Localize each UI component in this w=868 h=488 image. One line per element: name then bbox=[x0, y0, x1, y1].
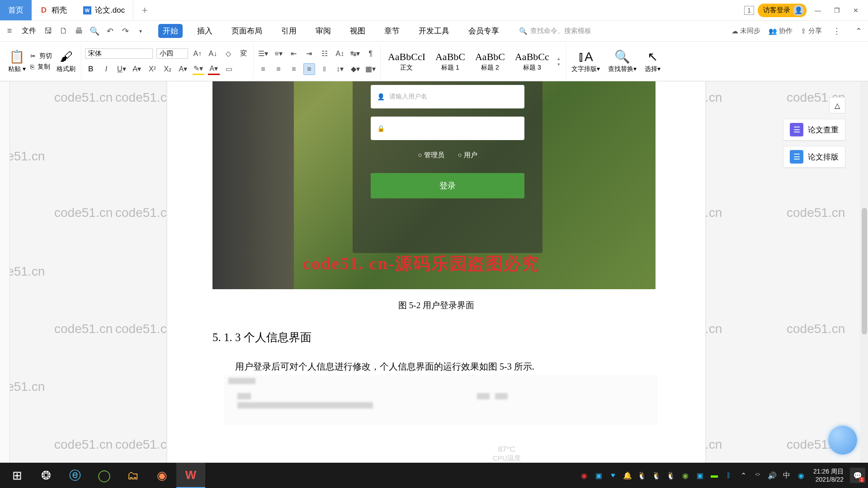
print-preview-icon[interactable]: 🗋 bbox=[57, 24, 71, 38]
line-spacing-button[interactable]: ↕▾ bbox=[334, 63, 346, 75]
task-app-1[interactable]: ❂ bbox=[32, 463, 61, 488]
menu-tab-devtools[interactable]: 开发工具 bbox=[414, 24, 454, 38]
menu-tab-start[interactable]: 开始 bbox=[158, 24, 183, 38]
tray-bell-icon[interactable]: 🔔 bbox=[622, 471, 633, 480]
minimize-button[interactable]: — bbox=[810, 7, 826, 14]
superscript-button[interactable]: X² bbox=[146, 63, 158, 75]
float-assistant-ball[interactable] bbox=[828, 426, 857, 455]
menu-icon[interactable]: ≡ bbox=[3, 24, 16, 38]
show-marks-icon[interactable]: ¶ bbox=[365, 48, 377, 60]
print-icon[interactable]: 🖶 bbox=[72, 24, 86, 38]
plagiarism-check-button[interactable]: ☰ 论文查重 bbox=[783, 119, 845, 141]
sync-button[interactable]: ☁未同步 bbox=[731, 27, 760, 35]
tray-qq-icon[interactable]: 🐧 bbox=[651, 471, 662, 480]
decrease-indent-icon[interactable]: ⇤ bbox=[288, 48, 300, 60]
align-left-button[interactable]: ≡ bbox=[257, 63, 269, 75]
font-size-select[interactable] bbox=[156, 48, 188, 59]
menu-tab-insert[interactable]: 插入 bbox=[193, 24, 217, 38]
clear-format-icon[interactable]: ◇ bbox=[222, 48, 234, 60]
collapse-ribbon-icon[interactable]: ⌃ bbox=[852, 24, 865, 38]
subscript-button[interactable]: X₂ bbox=[162, 63, 174, 75]
align-justify-button[interactable]: ≡ bbox=[303, 63, 315, 75]
style-heading2[interactable]: AaBbC标题 2 bbox=[472, 50, 509, 73]
strikethrough-button[interactable]: A▾ bbox=[131, 63, 143, 75]
tray-wechat-icon[interactable]: ◉ bbox=[679, 471, 691, 480]
tab-docell[interactable]: D 稻壳 bbox=[32, 0, 75, 20]
bullet-list-icon[interactable]: ☰▾ bbox=[257, 48, 269, 60]
redo-icon[interactable]: ↷ bbox=[118, 24, 132, 38]
shading-button[interactable]: ◆▾ bbox=[349, 63, 361, 75]
more-icon[interactable]: ⋮ bbox=[830, 24, 844, 38]
menu-tab-vip[interactable]: 会员专享 bbox=[464, 24, 504, 38]
phonetic-icon[interactable]: 変 bbox=[238, 48, 250, 60]
style-normal[interactable]: AaBbCcI正文 bbox=[384, 50, 429, 73]
task-wps[interactable]: W bbox=[176, 463, 205, 488]
close-button[interactable]: ✕ bbox=[848, 7, 863, 14]
file-menu[interactable]: 文件 bbox=[18, 26, 40, 36]
tray-nvidia-icon[interactable]: ▬ bbox=[708, 471, 720, 479]
asian-layout-icon[interactable]: ☷ bbox=[319, 48, 330, 60]
add-tab-button[interactable]: + bbox=[133, 0, 156, 20]
distribute-button[interactable]: ⫴ bbox=[319, 63, 330, 75]
font-name-select[interactable] bbox=[85, 48, 153, 59]
dropdown-icon[interactable]: ▾ bbox=[134, 24, 147, 38]
tray-ime-icon[interactable]: 中 bbox=[781, 471, 793, 480]
tray-qq-icon[interactable]: 🐧 bbox=[665, 471, 677, 480]
share-button[interactable]: ⇪分享 bbox=[801, 27, 822, 35]
tray-wifi-icon[interactable]: ⌔ bbox=[752, 471, 764, 479]
collab-button[interactable]: 👥协作 bbox=[769, 27, 793, 35]
menu-tab-view[interactable]: 视图 bbox=[345, 24, 370, 38]
align-right-button[interactable]: ≡ bbox=[288, 63, 300, 75]
border-button[interactable]: ▦▾ bbox=[365, 63, 377, 75]
guest-login-button[interactable]: 访客登录 👤 bbox=[758, 4, 807, 17]
paper-layout-button[interactable]: ☰ 论文排版 bbox=[783, 146, 845, 168]
tray-qq-icon[interactable]: 🐧 bbox=[636, 471, 648, 480]
number-list-icon[interactable]: ≡▾ bbox=[273, 48, 284, 60]
start-button[interactable]: ⊞ bbox=[3, 463, 32, 488]
text-layout-button[interactable]: ⫿A文字排版▾ bbox=[570, 49, 602, 73]
char-border-button[interactable]: ▭ bbox=[223, 63, 235, 75]
save-icon[interactable]: 🖫 bbox=[42, 24, 55, 38]
increase-indent-icon[interactable]: ⇥ bbox=[303, 48, 315, 60]
select-button[interactable]: ↖选择▾ bbox=[643, 49, 662, 73]
task-app-2[interactable]: ◉ bbox=[147, 463, 176, 488]
bold-button[interactable]: B bbox=[85, 63, 97, 75]
highlight-button[interactable]: ✎▾ bbox=[193, 63, 204, 75]
tab-document[interactable]: W 论文.doc bbox=[75, 0, 133, 20]
style-heading1[interactable]: AaBbC标题 1 bbox=[432, 50, 469, 73]
underline-button[interactable]: U▾ bbox=[116, 63, 127, 75]
menu-tab-review[interactable]: 审阅 bbox=[311, 24, 335, 38]
cut-button[interactable]: ✂剪切 bbox=[30, 52, 52, 60]
tray-notifications[interactable]: 💬1 bbox=[850, 468, 865, 483]
window-count-badge[interactable]: 1 bbox=[744, 6, 754, 15]
scrollbar-thumb[interactable] bbox=[862, 208, 867, 334]
decrease-font-icon[interactable]: A↓ bbox=[207, 48, 219, 60]
menu-tab-layout[interactable]: 页面布局 bbox=[227, 24, 267, 38]
italic-button[interactable]: I bbox=[100, 63, 112, 75]
tray-icon[interactable]: ▣ bbox=[694, 471, 706, 480]
tray-expand-icon[interactable]: ⌃ bbox=[737, 471, 749, 480]
menu-tab-chapter[interactable]: 章节 bbox=[380, 24, 404, 38]
preview-icon[interactable]: 🔍 bbox=[88, 24, 101, 38]
tray-bluetooth-icon[interactable]: ᛒ bbox=[723, 471, 735, 479]
text-effect-button[interactable]: A▾ bbox=[177, 63, 189, 75]
menu-tab-reference[interactable]: 引用 bbox=[277, 24, 301, 38]
side-toggle-button[interactable]: △ bbox=[829, 97, 845, 113]
tray-volume-icon[interactable]: 🔊 bbox=[766, 471, 778, 480]
font-color-button[interactable]: A▾ bbox=[208, 63, 220, 75]
tray-icon[interactable]: ♥ bbox=[607, 471, 619, 479]
command-search[interactable]: 🔍 查找命令、搜索模板 bbox=[519, 27, 591, 35]
tray-icon[interactable]: ◉ bbox=[578, 471, 590, 480]
format-painter-button[interactable]: 🖌 格式刷 bbox=[55, 49, 77, 73]
find-replace-button[interactable]: 🔍查找替换▾ bbox=[606, 49, 638, 73]
vertical-scrollbar[interactable] bbox=[860, 81, 868, 488]
style-heading3[interactable]: AaBbCc标题 3 bbox=[511, 50, 553, 73]
paste-button[interactable]: 📋 粘贴 ▾ bbox=[6, 49, 28, 73]
align-center-button[interactable]: ≡ bbox=[273, 63, 284, 75]
increase-font-icon[interactable]: A↑ bbox=[192, 48, 203, 60]
styles-more-icon[interactable]: ▴▾ bbox=[556, 56, 562, 67]
tray-app-icon[interactable]: ◉ bbox=[795, 471, 807, 480]
task-explorer[interactable]: 🗂 bbox=[118, 463, 147, 488]
undo-icon[interactable]: ↶ bbox=[103, 24, 117, 38]
maximize-button[interactable]: ❐ bbox=[829, 7, 844, 14]
